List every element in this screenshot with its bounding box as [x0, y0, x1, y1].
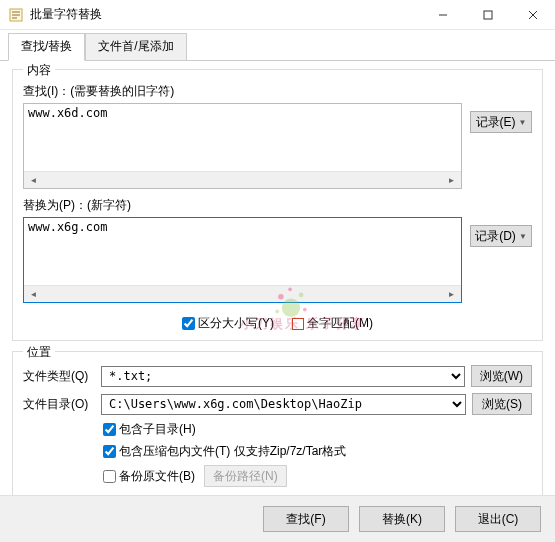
case-sensitive-checkbox[interactable]: 区分大小写(Y) — [182, 315, 274, 332]
close-button[interactable] — [510, 0, 555, 29]
browse-s-button[interactable]: 浏览(S) — [472, 393, 532, 415]
tab-strip: 查找/替换 文件首/尾添加 — [0, 30, 555, 61]
include-archive-checkbox[interactable]: 包含压缩包内文件(T) 仅支持Zip/7z/Tar格式 — [103, 443, 532, 460]
scroll-left-icon[interactable]: ◄ — [26, 288, 41, 301]
window-controls — [420, 0, 555, 29]
browse-w-button[interactable]: 浏览(W) — [471, 365, 532, 387]
tab-find-replace[interactable]: 查找/替换 — [8, 33, 85, 61]
replace-label: 替换为(P)：(新字符) — [23, 197, 532, 214]
include-archive-label: 包含压缩包内文件(T) 仅支持Zip/7z/Tar格式 — [119, 443, 346, 460]
replace-hscrollbar[interactable]: ◄ ► — [24, 285, 461, 302]
replace-textarea-wrap: ◄ ► — [23, 217, 462, 303]
case-sensitive-label: 区分大小写(Y) — [198, 315, 274, 332]
app-icon — [8, 7, 24, 23]
replace-button[interactable]: 替换(K) — [359, 506, 445, 532]
whole-word-input[interactable] — [292, 318, 304, 330]
scroll-right-icon[interactable]: ► — [444, 174, 459, 187]
find-label: 查找(I)：(需要替换的旧字符) — [23, 83, 532, 100]
case-sensitive-input[interactable] — [182, 317, 195, 330]
replace-textarea[interactable] — [24, 218, 461, 285]
dropdown-icon: ▼ — [519, 118, 527, 127]
backup-path-button: 备份路径(N) — [204, 465, 287, 487]
record-d-button[interactable]: 记录(D) ▼ — [470, 225, 532, 247]
dir-combo[interactable]: C:\Users\www.x6g.com\Desktop\HaoZip — [101, 394, 466, 415]
record-e-button[interactable]: 记录(E) ▼ — [470, 111, 532, 133]
find-button[interactable]: 查找(F) — [263, 506, 349, 532]
window-title: 批量字符替换 — [30, 6, 420, 23]
exit-button[interactable]: 退出(C) — [455, 506, 541, 532]
include-subdir-checkbox[interactable]: 包含子目录(H) — [103, 421, 532, 438]
minimize-button[interactable] — [420, 0, 465, 29]
whole-word-checkbox[interactable]: 全字匹配(M) — [292, 315, 373, 332]
include-archive-input[interactable] — [103, 445, 116, 458]
find-textarea-wrap: ◄ ► — [23, 103, 462, 189]
filetype-label: 文件类型(Q) — [23, 368, 95, 385]
include-subdir-label: 包含子目录(H) — [119, 421, 196, 438]
filetype-combo[interactable]: *.txt; — [101, 366, 465, 387]
svg-rect-2 — [484, 11, 492, 19]
whole-word-label: 全字匹配(M) — [307, 315, 373, 332]
location-group-title: 位置 — [23, 344, 55, 361]
content-group: 内容 查找(I)：(需要替换的旧字符) ◄ ► 记录(E) ▼ 替换为(P)：(… — [12, 69, 543, 341]
backup-input[interactable] — [103, 470, 116, 483]
record-d-label: 记录(D) — [475, 228, 516, 245]
find-textarea[interactable] — [24, 104, 461, 171]
content-group-title: 内容 — [23, 62, 55, 79]
record-e-label: 记录(E) — [476, 114, 516, 131]
find-hscrollbar[interactable]: ◄ ► — [24, 171, 461, 188]
dropdown-icon: ▼ — [519, 232, 527, 241]
scroll-right-icon[interactable]: ► — [444, 288, 459, 301]
backup-row: 备份原文件(B) 备份路径(N) — [103, 465, 532, 487]
titlebar: 批量字符替换 — [0, 0, 555, 30]
scroll-left-icon[interactable]: ◄ — [26, 174, 41, 187]
location-group: 位置 文件类型(Q) *.txt; 浏览(W) 文件目录(O) C:\Users… — [12, 351, 543, 501]
maximize-button[interactable] — [465, 0, 510, 29]
include-subdir-input[interactable] — [103, 423, 116, 436]
tab-head-tail-append[interactable]: 文件首/尾添加 — [85, 33, 186, 60]
backup-label: 备份原文件(B) — [119, 468, 195, 485]
dir-label: 文件目录(O) — [23, 396, 95, 413]
dialog-footer: 查找(F) 替换(K) 退出(C) — [0, 495, 555, 542]
